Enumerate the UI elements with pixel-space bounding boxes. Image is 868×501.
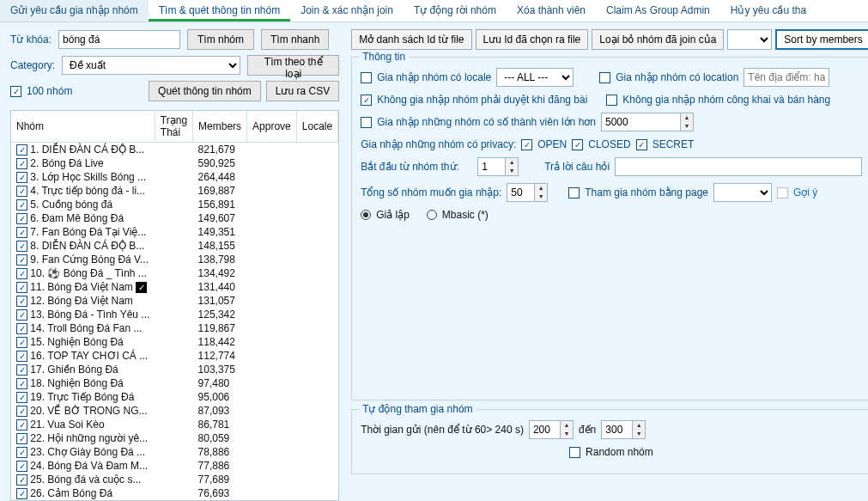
row-checkbox[interactable] xyxy=(16,364,27,376)
location-input[interactable] xyxy=(744,68,829,87)
total-join-input[interactable] xyxy=(507,183,534,202)
quick-search-button[interactable]: Tìm nhanh xyxy=(261,29,329,50)
open-id-file-button[interactable]: Mở danh sách Id từ file xyxy=(351,29,471,50)
row-checkbox[interactable] xyxy=(16,378,27,389)
tab-claim-admin[interactable]: Claim As Group Admin xyxy=(596,0,720,21)
table-row[interactable]: 26. Cảm Bóng Đá76,693 xyxy=(11,486,338,500)
table-row[interactable]: 3. Lớp Học Skills Bóng ...264,448 xyxy=(11,170,338,184)
total-join-spin[interactable]: ▲▼ xyxy=(507,183,548,202)
table-row[interactable]: 5. Cuồng bóng đá156,891 xyxy=(11,198,338,211)
time-to-spin[interactable]: ▲▼ xyxy=(601,420,646,439)
table-row[interactable]: 16. TOP TAY CHƠI CÁ ...112,774 xyxy=(11,349,338,363)
table-row[interactable]: 15. Nghiện Bóng Đá118,442 xyxy=(11,335,338,349)
privacy-closed-checkbox[interactable] xyxy=(572,139,583,150)
start-index-spin[interactable]: ▲▼ xyxy=(477,157,519,176)
row-checkbox[interactable] xyxy=(16,186,27,197)
table-row[interactable]: 18. Nghiện Bóng Đá97,480 xyxy=(11,376,338,390)
th-status[interactable]: Trạng Thái xyxy=(155,111,192,143)
row-checkbox[interactable] xyxy=(16,199,27,211)
time-to-input[interactable] xyxy=(601,420,632,439)
groups-table-wrap[interactable]: Nhóm Trạng Thái Members Approve Locale 1… xyxy=(10,110,339,501)
row-checkbox[interactable] xyxy=(16,227,27,238)
spin-down-icon[interactable]: ▼ xyxy=(561,430,573,438)
locale-checkbox[interactable] xyxy=(361,72,372,83)
spin-up-icon[interactable]: ▲ xyxy=(561,421,573,430)
min-members-checkbox[interactable] xyxy=(361,117,372,128)
table-row[interactable]: 12. Bóng Đá Việt Nam131,057 xyxy=(11,294,338,308)
time-from-spin[interactable]: ▲▼ xyxy=(529,420,574,439)
tab-join-confirm[interactable]: Join & xác nhận join xyxy=(290,0,404,21)
th-name[interactable]: Nhóm xyxy=(11,111,155,143)
privacy-secret-checkbox[interactable] xyxy=(636,139,647,150)
page-select[interactable] xyxy=(713,183,772,202)
no-public-checkbox[interactable] xyxy=(606,95,617,106)
th-locale[interactable]: Locale xyxy=(296,111,337,143)
start-index-input[interactable] xyxy=(477,157,505,176)
row-checkbox[interactable] xyxy=(16,392,27,403)
row-checkbox[interactable] xyxy=(16,172,27,183)
spin-up-icon[interactable]: ▲ xyxy=(506,158,518,167)
search-group-button[interactable]: Tìm nhóm xyxy=(187,29,254,50)
hint-link[interactable]: Gợi ý xyxy=(793,186,817,199)
privacy-open-checkbox[interactable] xyxy=(521,139,532,150)
save-csv-button[interactable]: Lưu ra CSV xyxy=(266,81,339,101)
search-by-category-button[interactable]: Tìm theo thể loại xyxy=(247,55,339,76)
row-checkbox[interactable] xyxy=(16,488,27,499)
table-row[interactable]: 2. Bóng Đá Live590,925 xyxy=(11,156,338,170)
hint-checkbox[interactable] xyxy=(777,187,788,199)
no-pending-checkbox[interactable] xyxy=(361,95,372,106)
remove-joined-button[interactable]: Loại bỏ nhóm đã join của xyxy=(592,29,724,50)
table-row[interactable]: 13. Bóng Đá - Tình Yêu ...125,342 xyxy=(11,308,338,321)
th-approve[interactable]: Approve xyxy=(247,111,297,143)
join-by-page-checkbox[interactable] xyxy=(568,187,580,199)
row-checkbox[interactable] xyxy=(16,241,27,252)
table-row[interactable]: 11. Bóng Đá Việt Nam 131,440 xyxy=(11,280,338,294)
table-row[interactable]: 1. DIỄN ĐÀN CÁ ĐỘ B...821,679 xyxy=(11,143,338,157)
table-row[interactable]: 9. Fan Cứng Bóng Đá V...138,798 xyxy=(11,253,338,266)
row-checkbox[interactable] xyxy=(16,158,27,169)
sort-members-button[interactable]: Sort by members xyxy=(775,29,868,50)
count-checkbox[interactable] xyxy=(10,86,21,97)
table-row[interactable]: 20. VỀ BỜ TRONG NG...87,093 xyxy=(11,404,338,418)
tab-send-request[interactable]: Gửi yêu cầu gia nhập nhóm xyxy=(0,0,149,21)
spin-down-icon[interactable]: ▼ xyxy=(506,167,518,175)
min-members-input[interactable] xyxy=(601,113,680,131)
random-group-checkbox[interactable] xyxy=(569,447,580,458)
tab-cancel-request[interactable]: Hủy yêu cầu tha xyxy=(720,0,816,21)
table-row[interactable]: 6. Đam Mê Bóng Đá149,607 xyxy=(11,211,338,225)
table-row[interactable]: 17. Ghiền Bóng Đá103,375 xyxy=(11,363,338,376)
table-row[interactable]: 23. Chợ Giày Bóng Đá ...78,886 xyxy=(11,445,338,459)
spin-down-icon[interactable]: ▼ xyxy=(681,122,693,131)
time-from-input[interactable] xyxy=(529,420,560,439)
row-checkbox[interactable] xyxy=(16,144,27,156)
spin-down-icon[interactable]: ▼ xyxy=(633,430,645,438)
row-checkbox[interactable] xyxy=(16,337,27,348)
row-checkbox[interactable] xyxy=(16,254,27,266)
table-row[interactable]: 19. Trực Tiếp Bóng Đá95,006 xyxy=(11,390,338,404)
tab-search-scan[interactable]: Tìm & quét thông tin nhóm xyxy=(149,0,290,21)
row-checkbox[interactable] xyxy=(16,268,27,279)
table-row[interactable]: 21. Vua Soi Kèo86,781 xyxy=(11,418,338,431)
locale-select[interactable]: --- ALL --- xyxy=(496,68,574,87)
scan-info-button[interactable]: Quét thông tin nhóm xyxy=(149,81,261,101)
row-checkbox[interactable] xyxy=(16,419,27,431)
owner-select[interactable] xyxy=(727,29,772,50)
table-row[interactable]: 8. DIỄN ĐÀN CÁ ĐỘ B...148,155 xyxy=(11,239,338,253)
table-row[interactable]: 24. Bóng Đá Và Đam M...77,886 xyxy=(11,459,338,473)
row-checkbox[interactable] xyxy=(16,447,27,458)
row-checkbox[interactable] xyxy=(16,406,27,417)
row-checkbox[interactable] xyxy=(16,474,27,486)
table-row[interactable]: 25. Bóng đá và cuộc s...77,689 xyxy=(11,473,338,486)
spin-down-icon[interactable]: ▼ xyxy=(535,192,547,201)
emulator-radio[interactable] xyxy=(361,210,371,220)
row-checkbox[interactable] xyxy=(16,351,27,362)
category-select[interactable]: Đề xuất xyxy=(62,56,240,75)
keyword-input[interactable] xyxy=(58,30,180,49)
spin-up-icon[interactable]: ▲ xyxy=(535,184,547,192)
table-row[interactable]: 7. Fan Bóng Đá Tại Việ...149,351 xyxy=(11,225,338,239)
row-checkbox[interactable] xyxy=(16,461,27,472)
row-checkbox[interactable] xyxy=(16,433,27,444)
min-members-spin[interactable]: ▲▼ xyxy=(601,113,694,131)
th-members[interactable]: Members xyxy=(193,111,247,143)
row-checkbox[interactable] xyxy=(16,309,27,321)
